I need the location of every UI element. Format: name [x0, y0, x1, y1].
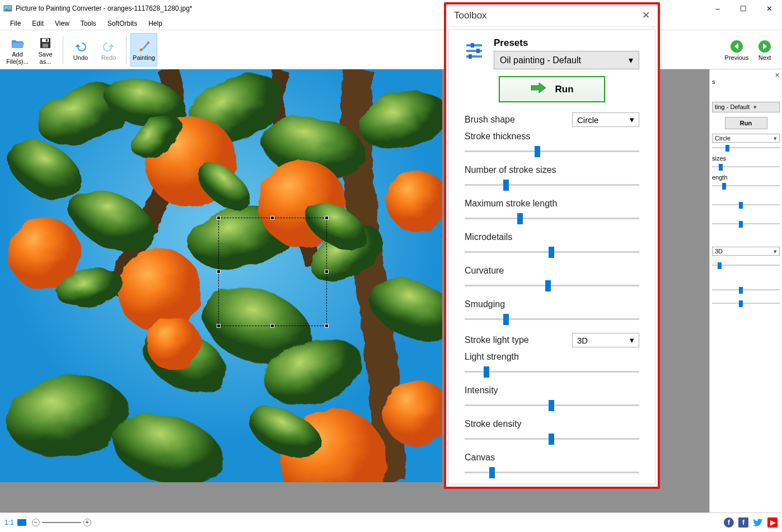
selection-handle-br[interactable]	[325, 324, 329, 328]
intensity-label: Intensity	[465, 385, 498, 395]
close-button[interactable]: ✕	[756, 0, 782, 17]
number-of-stroke-sizes-slider[interactable]	[465, 178, 639, 191]
close-icon[interactable]: ✕	[775, 72, 780, 79]
presets-heading: Presets	[494, 37, 639, 49]
svg-rect-3	[42, 39, 49, 42]
selection-handle-tc[interactable]	[270, 216, 274, 220]
svg-point-28	[118, 248, 202, 332]
zoom-track[interactable]	[42, 522, 81, 523]
svg-point-29	[147, 317, 200, 370]
svg-rect-4	[43, 44, 48, 48]
curvature-slider[interactable]	[465, 279, 639, 291]
brush-icon	[137, 40, 151, 53]
slider-small-4[interactable]	[712, 201, 780, 209]
selection-handle-bl[interactable]	[217, 324, 221, 328]
number-of-stroke-sizes-label: Number of stroke sizes	[465, 165, 556, 175]
smudging-label: Smudging	[465, 299, 505, 309]
previous-button[interactable]: Previous	[723, 32, 750, 66]
canvas-slider[interactable]	[465, 466, 639, 478]
minimize-button[interactable]: –	[705, 0, 731, 17]
stroke-thickness-label: Stroke thickness	[465, 131, 530, 141]
brush-shape-select-small[interactable]: Circle	[712, 134, 780, 143]
save-as-button[interactable]: Save as...	[32, 33, 59, 67]
zoom-out-button[interactable]: −	[32, 519, 40, 526]
run-button[interactable]: Run	[499, 76, 605, 102]
selection-handle-tr[interactable]	[325, 216, 329, 220]
stroke-light-type-label: Stroke light type	[465, 335, 529, 345]
selection-handle-tl[interactable]	[217, 216, 221, 220]
selection-handle-ml[interactable]	[217, 270, 221, 274]
stroke-density-slider[interactable]	[465, 432, 639, 445]
menu-help[interactable]: Help	[143, 18, 168, 29]
zoom-slider[interactable]: − +	[32, 519, 91, 526]
save-icon	[39, 36, 52, 50]
fit-to-window-icon[interactable]	[17, 519, 26, 526]
slider-small-7[interactable]	[712, 286, 780, 294]
chevron-down-icon: ▾	[630, 115, 634, 125]
social-icon[interactable]: f	[724, 517, 734, 528]
slider-small-2[interactable]	[712, 163, 780, 171]
slider-small-8[interactable]	[712, 299, 780, 307]
next-icon	[758, 40, 771, 53]
add-files-button[interactable]: Add File(s)...	[4, 33, 31, 67]
menu-edit[interactable]: Edit	[26, 18, 49, 29]
maximum-stroke-length-label: Maximum stroke length	[465, 199, 557, 208]
toolbar-separator	[63, 36, 63, 64]
zoom-ratio-label[interactable]: 1:1	[4, 519, 14, 526]
slider-small-1[interactable]	[712, 144, 780, 152]
stroke-light-type-dropdown[interactable]: 3D ▾	[572, 333, 639, 347]
right-docked-toolbox: ✕ s ting - Default Run Circle sizes engt…	[709, 69, 782, 512]
canvas-label: Canvas	[465, 453, 495, 462]
maximize-button[interactable]: ☐	[731, 0, 756, 17]
svg-rect-43	[469, 54, 472, 59]
label-truncated-sizes: sizes	[712, 155, 780, 162]
maximum-stroke-length-slider[interactable]	[465, 212, 639, 224]
selection-handle-bc[interactable]	[270, 324, 274, 328]
presets-icon	[465, 41, 486, 61]
toolbox-body: Presets Oil painting - Default ▾ Run Bru…	[448, 29, 655, 484]
panel-truncated-label: s	[712, 78, 780, 85]
window-title: Picture to Painting Converter - oranges-…	[16, 4, 193, 12]
youtube-icon[interactable]: ▶	[767, 517, 778, 528]
stroke-light-select-small[interactable]: 3D	[712, 247, 780, 256]
menu-tools[interactable]: Tools	[75, 18, 102, 29]
stroke-density-label: Stroke density	[465, 419, 521, 429]
stroke-thickness-slider[interactable]	[465, 145, 639, 157]
canvas-area[interactable]	[0, 69, 782, 512]
svg-point-6	[147, 41, 149, 44]
twitter-icon[interactable]	[753, 517, 763, 528]
next-button[interactable]: Next	[751, 32, 778, 66]
toolbox-close-icon[interactable]: ✕	[642, 10, 650, 21]
slider-small-5[interactable]	[712, 220, 780, 228]
preset-combo-small[interactable]: ting - Default	[712, 102, 780, 112]
toolbox-titlebar[interactable]: Toolbox ✕	[446, 4, 658, 27]
painting-button[interactable]: Painting	[130, 33, 157, 67]
microdetails-slider[interactable]	[465, 246, 639, 258]
slider-small-6[interactable]	[712, 261, 780, 269]
brush-shape-dropdown[interactable]: Circle ▾	[572, 112, 639, 127]
toolbox-title-label: Toolbox	[454, 10, 487, 21]
slider-small-3[interactable]	[712, 182, 780, 190]
light-strength-slider[interactable]	[465, 365, 639, 378]
previous-icon	[730, 40, 743, 53]
menu-file[interactable]: File	[4, 18, 26, 29]
app-icon	[3, 4, 12, 13]
smudging-slider[interactable]	[465, 313, 639, 325]
redo-button[interactable]: Redo	[95, 33, 122, 67]
undo-button[interactable]: Undo	[67, 33, 94, 67]
brush-shape-label: Brush shape	[465, 115, 515, 125]
facebook-icon[interactable]: f	[738, 517, 748, 528]
zoom-in-button[interactable]: +	[83, 519, 91, 526]
selection-rectangle[interactable]	[218, 218, 327, 326]
microdetails-label: Microdetails	[465, 232, 512, 242]
selection-handle-mr[interactable]	[325, 270, 329, 274]
intensity-slider[interactable]	[465, 399, 639, 411]
folder-open-icon	[11, 36, 24, 50]
menu-softorbits[interactable]: SoftOrbits	[102, 18, 143, 29]
run-arrow-icon	[530, 82, 547, 97]
presets-dropdown[interactable]: Oil painting - Default ▾	[494, 51, 639, 69]
run-button-small[interactable]: Run	[725, 117, 767, 129]
menu-view[interactable]: View	[49, 18, 75, 29]
toolbar: Add File(s)... Save as... Undo Redo Pain…	[0, 30, 782, 69]
undo-icon	[74, 40, 87, 53]
